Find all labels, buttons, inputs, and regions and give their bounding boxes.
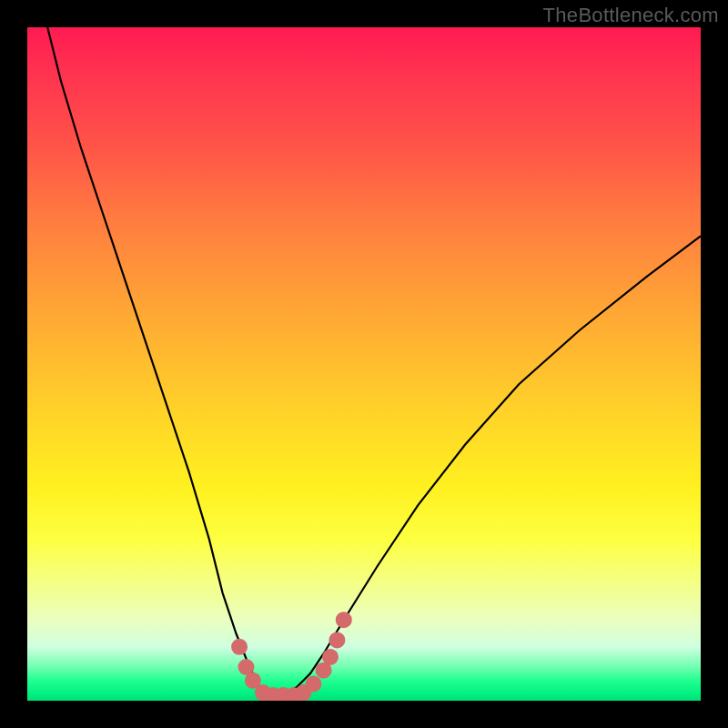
highlight-dot — [306, 676, 322, 693]
highlight-dot — [329, 632, 345, 648]
highlight-dot — [322, 649, 339, 665]
curve-group — [47, 27, 701, 694]
bottleneck-curve — [47, 27, 701, 694]
watermark-text: TheBottleneck.com — [543, 4, 719, 27]
chart-frame: TheBottleneck.com — [0, 0, 728, 728]
highlight-dot — [231, 639, 248, 655]
curve-svg — [27, 27, 701, 701]
marker-group — [231, 612, 352, 701]
highlight-dot — [336, 612, 352, 628]
plot-area — [27, 27, 701, 701]
